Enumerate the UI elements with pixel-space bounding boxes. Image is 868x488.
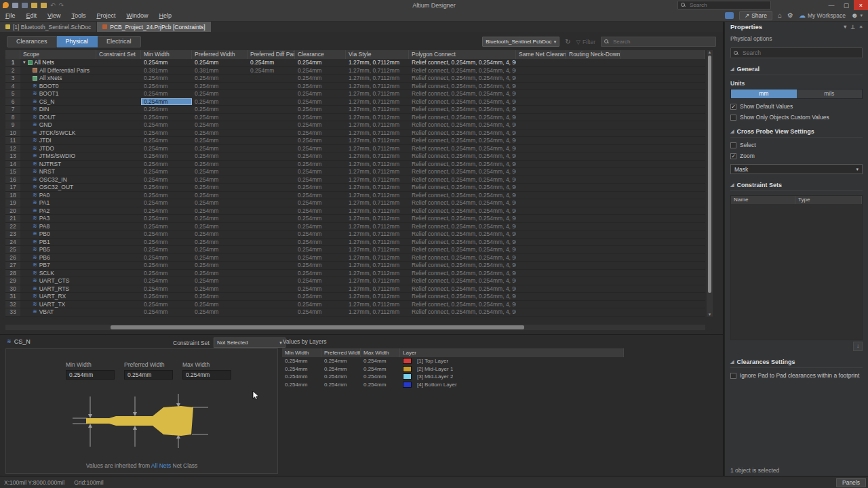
table-row[interactable]: 20≋PA20.254mm0.254mm0.254mm1.27mm, 0.711… (5, 207, 705, 216)
save-icon[interactable] (12, 3, 18, 8)
diff-pair-gap-cell[interactable] (248, 192, 295, 199)
table-row[interactable]: 2All Differential Pairs0.381mm0.381mm0.2… (5, 67, 705, 75)
table-row[interactable]: 8≋DOUT0.254mm0.254mm0.254mm1.27mm, 0.711… (5, 114, 705, 122)
copy-icon[interactable] (22, 3, 28, 8)
preferred-width-cell[interactable]: 0.254mm (192, 114, 248, 121)
table-row[interactable]: 13≋JTMS/SWDIO0.254mm0.254mm0.254mm1.27mm… (5, 152, 705, 161)
clearance-cell[interactable]: 0.254mm (295, 137, 346, 144)
via-style-cell[interactable]: 1.27mm, 0.7112mm (346, 207, 409, 215)
via-style-cell[interactable]: 1.27mm, 0.7112mm (346, 90, 409, 98)
pin-icon[interactable]: ⊤ (850, 24, 855, 30)
width-field-value[interactable]: 0.254mm (182, 370, 231, 380)
horizontal-scrollbar[interactable] (5, 325, 705, 330)
gear-icon[interactable]: ⚙ (787, 12, 793, 20)
table-row[interactable]: 21≋PA30.254mm0.254mm0.254mm1.27mm, 0.711… (5, 215, 705, 223)
table-row[interactable]: 24≋PB10.254mm0.254mm0.254mm1.27mm, 0.711… (5, 239, 705, 247)
table-row[interactable]: 11≋JTDI0.254mm0.254mm0.254mm1.27mm, 0.71… (5, 137, 705, 145)
preferred-width-cell[interactable]: 0.254mm (192, 98, 248, 106)
diff-pair-gap-cell[interactable] (248, 215, 295, 222)
width-field-value[interactable]: 0.254mm (66, 370, 115, 380)
clearance-cell[interactable]: 0.254mm (295, 176, 346, 184)
checkbox-select[interactable] (730, 142, 736, 148)
via-style-cell[interactable]: 1.27mm, 0.7112mm (346, 168, 409, 176)
via-style-cell[interactable]: 1.27mm, 0.7112mm (346, 75, 409, 82)
polygon-connect-cell[interactable]: Relief connect, 0.254mm, 0.254mm, 4, 90 (409, 176, 516, 184)
diff-pair-gap-cell[interactable] (248, 121, 295, 129)
tab-electrical[interactable]: Electrical (98, 36, 141, 47)
min-width-cell[interactable]: 0.254mm (141, 301, 192, 308)
preferred-width-cell[interactable]: 0.254mm (192, 90, 248, 98)
constraint-set-dropdown[interactable]: Not Selected ▾ (214, 338, 285, 348)
diff-pair-gap-cell[interactable] (248, 277, 295, 285)
polygon-connect-cell[interactable]: Relief connect, 0.254mm, 0.254mm, 4, 90 (409, 98, 516, 106)
min-width-cell[interactable]: 0.254mm (141, 83, 192, 90)
scrollbar-thumb[interactable] (708, 56, 711, 293)
polygon-connect-cell[interactable]: Relief connect, 0.254mm, 0.254mm, 4, 90 (409, 129, 516, 137)
via-style-cell[interactable]: 1.27mm, 0.7112mm (346, 230, 409, 238)
diff-pair-gap-cell[interactable] (248, 285, 295, 293)
via-style-cell[interactable]: 1.27mm, 0.7112mm (346, 239, 409, 246)
checkbox-show-default-values[interactable]: ✓ (730, 104, 736, 110)
preferred-width-cell[interactable]: 0.254mm (192, 121, 248, 129)
preferred-width-cell[interactable]: 0.254mm (192, 145, 248, 152)
preferred-width-cell[interactable]: 0.381mm (192, 67, 248, 75)
preferred-width-cell[interactable]: 0.254mm (192, 246, 248, 253)
column-header-via-style[interactable]: Via Style (346, 50, 409, 59)
diff-pair-gap-cell[interactable] (248, 246, 295, 253)
diff-pair-gap-cell[interactable] (248, 137, 295, 144)
table-row[interactable]: 4≋BOOT00.254mm0.254mm0.254mm1.27mm, 0.71… (5, 83, 705, 91)
min-width-cell[interactable]: 0.254mm (141, 184, 192, 191)
diff-pair-gap-cell[interactable] (248, 254, 295, 262)
clearance-cell[interactable]: 0.254mm (295, 215, 346, 222)
polygon-connect-cell[interactable]: Relief connect, 0.254mm, 0.254mm, 4, 90 (409, 137, 516, 144)
table-row[interactable]: 6≋CS_N0.254mm0.254mm0.254mm1.27mm, 0.711… (5, 98, 705, 106)
via-style-cell[interactable]: 1.27mm, 0.7112mm (346, 215, 409, 222)
column-header-constraint-set[interactable]: Constraint Set (96, 50, 141, 59)
min-width-cell[interactable]: 0.254mm (141, 192, 192, 199)
preferred-width-cell[interactable]: 0.254mm (192, 262, 248, 269)
via-style-cell[interactable]: 1.27mm, 0.7112mm (346, 137, 409, 144)
min-width-cell[interactable]: 0.254mm (141, 246, 192, 253)
min-width-cell[interactable]: 0.254mm (141, 129, 192, 137)
diff-pair-gap-cell[interactable]: 0.254mm (248, 59, 295, 66)
clearance-cell[interactable]: 0.254mm (295, 254, 346, 262)
table-row[interactable]: 3All xNets0.254mm0.254mm0.254mm1.27mm, 0… (5, 75, 705, 83)
min-width-cell[interactable]: 0.254mm (141, 114, 192, 121)
table-row[interactable]: 19≋PA10.254mm0.254mm0.254mm1.27mm, 0.711… (5, 199, 705, 207)
home-icon[interactable]: ⌂ (778, 12, 782, 20)
preferred-width-cell[interactable]: 0.254mm (192, 168, 248, 176)
clearance-cell[interactable]: 0.254mm (295, 106, 346, 113)
polygon-connect-cell[interactable]: Relief connect, 0.254mm, 0.254mm, 4, 90 (409, 277, 516, 285)
preferred-width-cell[interactable]: 0.254mm (192, 293, 248, 300)
column-header-clearance[interactable]: Clearance (295, 50, 346, 59)
layer-row[interactable]: 0.254mm0.254mm0.254mm[3] Mid-Layer 2 (282, 373, 624, 381)
menu-item-file[interactable]: File (0, 10, 21, 21)
redo-icon[interactable]: ↷ (59, 3, 64, 8)
clearance-cell[interactable]: 0.254mm (295, 277, 346, 285)
grid-search-input[interactable] (612, 38, 713, 45)
clearance-cell[interactable]: 0.254mm (295, 145, 346, 152)
via-style-cell[interactable]: 1.27mm, 0.7112mm (346, 246, 409, 253)
diff-pair-gap-cell[interactable] (248, 176, 295, 184)
table-row[interactable]: 12≋JTDO0.254mm0.254mm0.254mm1.27mm, 0.71… (5, 145, 705, 153)
min-width-cell[interactable]: 0.254mm (141, 223, 192, 230)
via-style-cell[interactable]: 1.27mm, 0.7112mm (346, 223, 409, 230)
via-style-cell[interactable]: 1.27mm, 0.7112mm (346, 67, 409, 75)
table-row[interactable]: 1▾All Nets0.254mm0.254mm0.254mm0.254mm1.… (5, 59, 705, 67)
clearance-cell[interactable]: 0.254mm (295, 67, 346, 75)
table-row[interactable]: 16≋OSC32_IN0.254mm0.254mm0.254mm1.27mm, … (5, 176, 705, 184)
preferred-width-cell[interactable]: 0.254mm (192, 270, 248, 277)
all-nets-link[interactable]: All Nets (151, 462, 171, 469)
via-style-cell[interactable]: 1.27mm, 0.7112mm (346, 277, 409, 285)
polygon-connect-cell[interactable]: Relief connect, 0.254mm, 0.254mm, 4, 90 (409, 308, 516, 316)
min-width-cell[interactable]: 0.254mm (141, 145, 192, 152)
preferred-width-cell[interactable]: 0.254mm (192, 277, 248, 285)
via-style-cell[interactable]: 1.27mm, 0.7112mm (346, 145, 409, 152)
table-row[interactable]: 25≋PB50.254mm0.254mm0.254mm1.27mm, 0.711… (5, 246, 705, 254)
min-width-cell[interactable]: 0.254mm (141, 59, 192, 66)
via-style-cell[interactable]: 1.27mm, 0.7112mm (346, 129, 409, 137)
polygon-connect-cell[interactable]: Relief connect, 0.254mm, 0.254mm, 4, 90 (409, 223, 516, 230)
polygon-connect-cell[interactable]: Relief connect, 0.254mm, 0.254mm, 4, 90 (409, 121, 516, 129)
table-row[interactable]: 10≋JTCK/SWCLK0.254mm0.254mm0.254mm1.27mm… (5, 129, 705, 138)
via-style-cell[interactable]: 1.27mm, 0.7112mm (346, 152, 409, 160)
